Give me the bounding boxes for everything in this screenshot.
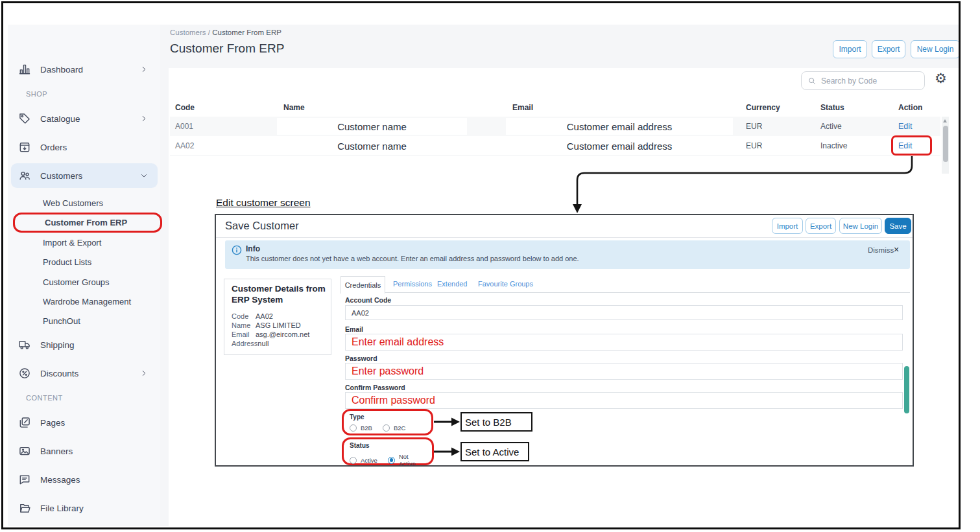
status-group-annotation: Status Active Not Active bbox=[342, 437, 434, 465]
sidebar-item-banners[interactable]: Banners bbox=[8, 441, 160, 461]
tab-credentials[interactable]: Credentials bbox=[341, 276, 385, 294]
export-button[interactable]: Export bbox=[872, 40, 905, 58]
panel-save-button[interactable]: Save bbox=[885, 218, 911, 234]
erp-details-rows: CodeAA02 NameASG LIMITED Emailasg.@eirco… bbox=[232, 312, 309, 348]
chevron-right-icon bbox=[139, 114, 149, 123]
detail-row: Emailasg.@eircom.net bbox=[232, 330, 309, 339]
email-input[interactable] bbox=[345, 334, 903, 351]
radio-b2c[interactable] bbox=[383, 424, 390, 432]
sidebar-item-customer-from-erp[interactable]: Customer From ERP bbox=[13, 213, 162, 233]
radio-not-active[interactable] bbox=[388, 457, 395, 464]
email-label: Email bbox=[345, 325, 363, 333]
password-input[interactable] bbox=[345, 363, 903, 380]
image-icon bbox=[18, 445, 31, 457]
detail-row: CodeAA02 bbox=[232, 312, 309, 321]
truck-icon bbox=[18, 338, 31, 351]
chevron-right-icon bbox=[139, 369, 149, 378]
sidebar-item-product-lists[interactable]: Product Lists bbox=[43, 253, 91, 270]
search-icon bbox=[807, 76, 817, 86]
sidebar-item-label: Discounts bbox=[40, 369, 78, 378]
sidebar-item-catalogue[interactable]: Catalogue bbox=[8, 109, 160, 128]
sidebar-item-label: Catalogue bbox=[40, 114, 80, 124]
sidebar-item-punchout[interactable]: PunchOut bbox=[43, 312, 80, 329]
sidebar-item-file-library[interactable]: File Library bbox=[8, 498, 160, 518]
panel-title: Save Customer bbox=[225, 220, 299, 232]
detail-row: NameASG LIMITED bbox=[232, 321, 309, 330]
dismiss-button[interactable]: Dismiss bbox=[868, 246, 894, 254]
sidebar-item-wardrobe-management[interactable]: Wardrobe Management bbox=[43, 293, 131, 310]
chat-icon bbox=[18, 473, 31, 486]
edit-highlight-annotation bbox=[891, 135, 932, 156]
sidebar-item-stores[interactable]: Stores bbox=[8, 527, 160, 532]
breadcrumb-customers[interactable]: Customers bbox=[170, 29, 206, 36]
sidebar-item-orders[interactable]: Orders bbox=[8, 137, 160, 157]
panel-import-button[interactable]: Import bbox=[772, 218, 803, 234]
column-header-name: Name bbox=[283, 103, 305, 112]
search-input[interactable] bbox=[821, 76, 912, 86]
info-icon bbox=[232, 245, 242, 255]
table-row: A001 Customer name Customer email addres… bbox=[170, 117, 940, 136]
account-code-label: Account Code bbox=[345, 296, 391, 304]
cell-name: Customer name bbox=[277, 137, 467, 154]
breadcrumb: Customers / Customer From ERP bbox=[170, 29, 281, 36]
import-button[interactable]: Import bbox=[833, 40, 867, 58]
folder-icon bbox=[18, 502, 31, 515]
set-to-active-callout: Set to Active bbox=[460, 442, 529, 461]
column-header-code: Code bbox=[175, 103, 195, 112]
column-header-action: Action bbox=[898, 103, 922, 112]
type-label: Type bbox=[350, 413, 365, 421]
close-icon[interactable]: × bbox=[894, 244, 899, 255]
status-radio-row: Active Not Active bbox=[350, 453, 432, 467]
set-to-b2b-callout: Set to B2B bbox=[460, 412, 532, 432]
tag-icon bbox=[18, 112, 31, 125]
sidebar-item-customer-groups[interactable]: Customer Groups bbox=[43, 273, 110, 290]
sidebar-item-label: Pages bbox=[40, 418, 65, 428]
sidebar-item-dashboard[interactable]: Dashboard bbox=[8, 60, 160, 79]
table-scrollbar[interactable] bbox=[942, 117, 949, 174]
cell-email: Customer email address bbox=[506, 137, 733, 154]
type-group-annotation: Type B2B B2C bbox=[342, 409, 433, 435]
tab-extended[interactable]: Extended bbox=[437, 280, 467, 288]
sidebar-item-messages[interactable]: Messages bbox=[8, 470, 160, 489]
sidebar-item-label: Banners bbox=[40, 446, 73, 456]
panel-divider bbox=[216, 237, 913, 238]
new-login-button[interactable]: New Login bbox=[911, 40, 960, 58]
edit-link[interactable]: Edit bbox=[898, 122, 913, 131]
sidebar-item-shipping[interactable]: Shipping bbox=[8, 335, 160, 354]
info-message: This customer does not yet have a web ac… bbox=[246, 255, 579, 262]
cell-code: A001 bbox=[175, 122, 193, 131]
sidebar-item-customers[interactable]: Customers bbox=[8, 166, 160, 185]
tab-favourite-groups[interactable]: Favourite Groups bbox=[478, 280, 533, 288]
confirm-password-input[interactable] bbox=[345, 392, 903, 409]
cell-status: Inactive bbox=[820, 141, 847, 150]
panel-new-login-button[interactable]: New Login bbox=[839, 218, 882, 234]
sidebar-item-web-customers[interactable]: Web Customers bbox=[43, 194, 103, 211]
cell-email: Customer email address bbox=[506, 118, 733, 135]
sidebar-item-pages[interactable]: Pages bbox=[8, 413, 160, 432]
column-header-status: Status bbox=[820, 103, 844, 112]
gear-icon[interactable]: ⚙ bbox=[935, 71, 947, 85]
account-code-input[interactable] bbox=[345, 305, 903, 320]
form-scrollbar-thumb[interactable] bbox=[904, 366, 909, 413]
sidebar: Dashboard SHOP Catalogue Orders Customer… bbox=[8, 25, 160, 526]
type-radio-row: B2B B2C bbox=[350, 424, 412, 432]
chevron-right-icon bbox=[139, 65, 149, 74]
tab-bar: Credentials Permissions Extended Favouri… bbox=[341, 276, 910, 293]
scroll-up-arrow-icon[interactable] bbox=[943, 119, 947, 122]
search-box bbox=[801, 71, 925, 90]
erp-details-box: Customer Details from ERP System CodeAA0… bbox=[224, 279, 331, 355]
panel-export-button[interactable]: Export bbox=[806, 218, 836, 234]
column-header-currency: Currency bbox=[746, 103, 780, 112]
column-header-email: Email bbox=[512, 103, 533, 112]
cell-currency: EUR bbox=[746, 122, 762, 131]
scrollbar-thumb[interactable] bbox=[943, 126, 948, 162]
cell-name: Customer name bbox=[277, 118, 467, 135]
radio-b2b[interactable] bbox=[350, 424, 357, 432]
tab-permissions[interactable]: Permissions bbox=[393, 280, 432, 288]
sidebar-item-import-export[interactable]: Import & Export bbox=[43, 234, 101, 251]
radio-active[interactable] bbox=[350, 457, 357, 464]
sidebar-item-discounts[interactable]: Discounts bbox=[8, 364, 160, 383]
cell-status: Active bbox=[820, 122, 842, 131]
erp-details-title: Customer Details from ERP System bbox=[232, 283, 326, 305]
sidebar-item-label: Shipping bbox=[40, 340, 75, 350]
